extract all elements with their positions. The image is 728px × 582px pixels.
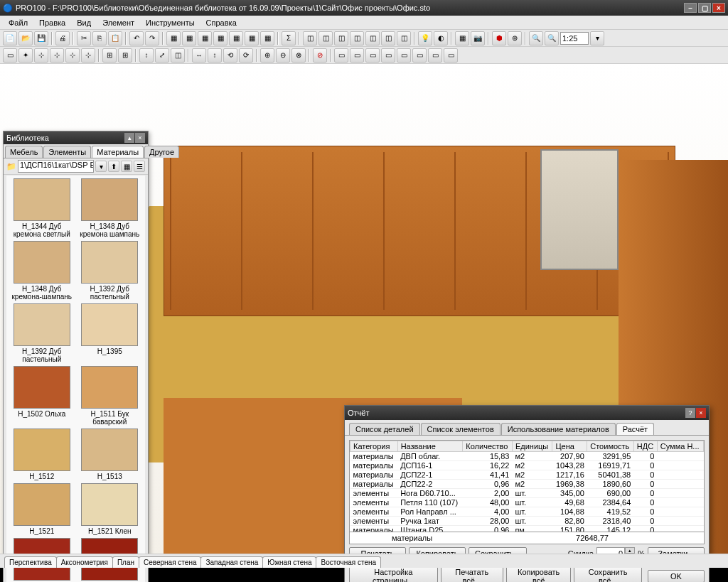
vtab-west[interactable]: Западная стена <box>200 556 263 568</box>
tool-icon[interactable]: ◫ <box>397 31 411 45</box>
menu-file[interactable]: Файл <box>3 17 33 28</box>
grid-icon[interactable]: ⊞ <box>118 48 132 63</box>
zoom-field[interactable] <box>560 32 589 45</box>
table-row[interactable]: материалыДСП22-141,41м21217,1650401,380 <box>350 470 704 480</box>
tool-icon[interactable]: ▦ <box>198 31 212 45</box>
material-item[interactable]: H_1521 <box>9 483 75 535</box>
cut-icon[interactable]: ✂ <box>77 31 91 45</box>
menu-view[interactable]: Вид <box>71 17 97 28</box>
tool-icon[interactable]: ◫ <box>303 31 317 45</box>
save-all-button[interactable]: Сохранить всё... <box>574 566 642 582</box>
tool-icon[interactable]: ◫ <box>334 31 348 45</box>
list-icon[interactable]: ☰ <box>134 161 145 172</box>
tool-icon[interactable]: ⊹ <box>50 48 64 63</box>
zoom-in-icon[interactable]: 🔍 <box>545 31 559 45</box>
material-item[interactable]: H_1521 Клен <box>77 483 143 535</box>
redo-icon[interactable]: ↷ <box>145 31 159 45</box>
ok-button[interactable]: OK <box>648 570 705 582</box>
tool-icon[interactable]: ▭ <box>412 48 427 63</box>
material-item[interactable]: H_1395 <box>77 303 143 363</box>
tool-icon[interactable]: ◫ <box>381 31 395 45</box>
minimize-button[interactable]: – <box>684 3 697 13</box>
page-setup-button[interactable]: Настройка страницы... <box>349 566 438 582</box>
new-icon[interactable]: 📄 <box>3 31 17 45</box>
vtab-axonometry[interactable]: Аксонометрия <box>56 556 113 568</box>
tab-materials[interactable]: Материалы <box>92 146 144 158</box>
tool-icon[interactable]: ⊗ <box>291 48 306 63</box>
tool-icon[interactable]: ▦ <box>229 31 243 45</box>
tool-icon[interactable]: ▭ <box>428 48 442 63</box>
print-icon[interactable]: 🖨 <box>55 31 70 45</box>
table-row[interactable]: материалыШтанга D250,96пм151,80145,120 <box>350 526 704 533</box>
tool-icon[interactable]: ⊕ <box>260 48 274 63</box>
vtab-north[interactable]: Северная стена <box>139 556 202 568</box>
table-row[interactable]: элементыНога D60.710...2,00шт.345,00690,… <box>350 489 704 498</box>
close-icon[interactable]: × <box>135 133 145 143</box>
material-item[interactable]: H_1502 Ольха <box>9 366 75 426</box>
tool-icon[interactable]: ↕ <box>139 48 154 63</box>
tool-icon[interactable]: 📷 <box>471 31 485 45</box>
tool-icon[interactable]: ▦ <box>166 31 181 45</box>
vtab-east[interactable]: Восточная стена <box>316 556 381 568</box>
material-item[interactable]: H_1348 Дуб кремона шампань <box>77 178 143 238</box>
material-item[interactable]: H_1348 Дуб кремона-шампань <box>9 241 75 301</box>
table-row[interactable]: элементыРучка 1кат28,00шт.82,802318,400 <box>350 517 704 526</box>
view-icon[interactable]: ▦ <box>121 161 132 172</box>
menu-element[interactable]: Элемент <box>97 17 140 28</box>
zoom-dropdown-icon[interactable]: ▾ <box>590 31 604 45</box>
material-item[interactable]: H_1513 <box>77 429 143 480</box>
print-all-button[interactable]: Печатать всё... <box>441 566 503 582</box>
path-field[interactable]: 1\ДСП16\1кат\DSP Eg <box>18 160 94 173</box>
maximize-button[interactable]: ▢ <box>698 3 711 13</box>
tool-icon[interactable]: ⟳ <box>239 48 253 63</box>
tool-icon[interactable]: ▭ <box>444 48 458 63</box>
magnet-icon[interactable]: ⬢ <box>492 31 506 45</box>
help-icon[interactable]: ? <box>685 408 695 418</box>
zoom-out-icon[interactable]: 🔍 <box>529 31 543 45</box>
menu-tools[interactable]: Инструменты <box>140 17 200 28</box>
tab-elements[interactable]: Элементы <box>43 146 91 158</box>
copy-icon[interactable]: ⎘ <box>92 31 107 45</box>
tool-icon[interactable]: ◫ <box>318 31 333 45</box>
tool-icon[interactable]: ⊹ <box>34 48 48 63</box>
tool-icon[interactable]: ▭ <box>381 48 395 63</box>
tool-icon[interactable]: ⤢ <box>155 48 169 63</box>
save-icon[interactable]: 💾 <box>34 31 48 45</box>
table-row[interactable]: элементыРол Направл ...4,00шт.104,88419,… <box>350 507 704 517</box>
rollup-icon[interactable]: ▴ <box>124 133 134 143</box>
stop-icon[interactable]: ⊘ <box>313 48 327 63</box>
material-item[interactable]: H_1392 Дуб пастельный <box>9 303 75 363</box>
tab-material-usage[interactable]: Использование материалов <box>501 423 616 435</box>
tool-icon[interactable]: ▭ <box>397 48 411 63</box>
vtab-perspective[interactable]: Перспектива <box>4 556 57 568</box>
tool-icon[interactable]: ▦ <box>213 31 228 45</box>
tab-furniture[interactable]: Мебель <box>5 146 43 158</box>
material-item[interactable]: H_1511 Бук баварский <box>77 366 143 426</box>
tool-icon[interactable]: ▭ <box>365 48 380 63</box>
tool-icon[interactable]: ✦ <box>18 48 33 63</box>
tab-elements-list[interactable]: Список элементов <box>421 423 500 435</box>
table-row[interactable]: материалыДВП облаг.15,83м2207,903291,950 <box>350 452 704 461</box>
table-row[interactable]: материалыДСП16-116,22м21043,2816919,710 <box>350 461 704 470</box>
undo-icon[interactable]: ↶ <box>129 31 144 45</box>
tab-details[interactable]: Список деталей <box>349 423 420 435</box>
tool-icon[interactable]: ⊖ <box>276 48 290 63</box>
tool-icon[interactable]: ◐ <box>434 31 448 45</box>
report-table[interactable]: КатегорияНазваниеКоличествоЕдиницыЦенаСт… <box>349 440 705 532</box>
tool-icon[interactable]: ▭ <box>334 48 348 63</box>
vtab-south[interactable]: Южная стена <box>262 556 316 568</box>
tool-icon[interactable]: ↔ <box>192 48 206 63</box>
material-item[interactable]: H_1392 Дуб пастельный <box>77 241 143 301</box>
tool-icon[interactable]: ▦ <box>245 31 259 45</box>
menu-help[interactable]: Справка <box>200 17 242 28</box>
tool-icon[interactable]: ◫ <box>171 48 185 63</box>
sum-icon[interactable]: Σ <box>282 31 296 45</box>
grid-icon[interactable]: ⊞ <box>102 48 117 63</box>
tool-icon[interactable]: ⊕ <box>508 31 522 45</box>
material-item[interactable]: H_1344 Дуб кремона светлый <box>9 178 75 238</box>
paste-icon[interactable]: 📋 <box>108 31 122 45</box>
table-row[interactable]: материалыДСП22-20,96м21969,381890,600 <box>350 480 704 489</box>
select-icon[interactable]: ▭ <box>3 48 17 63</box>
light-icon[interactable]: 💡 <box>418 31 432 45</box>
tool-icon[interactable]: ◫ <box>350 31 364 45</box>
